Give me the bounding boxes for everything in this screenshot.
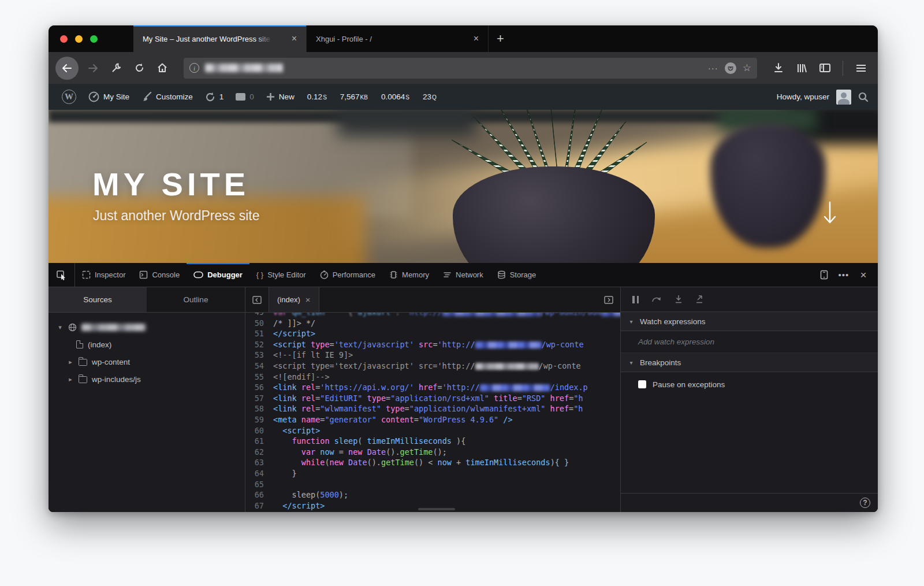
back-button[interactable] bbox=[55, 57, 79, 80]
pause-on-exceptions-checkbox[interactable] bbox=[638, 380, 646, 388]
reload-button[interactable] bbox=[129, 58, 149, 78]
code-line[interactable]: <link rel="EditURI" type="application/rs… bbox=[273, 393, 620, 404]
code-view[interactable]: 49505152535455565758596061626364656667 v… bbox=[245, 313, 620, 512]
code-line[interactable]: sleep(5000); bbox=[273, 489, 620, 500]
close-icon: × bbox=[860, 269, 866, 281]
step-in-icon bbox=[675, 295, 683, 304]
tab-storage[interactable]: Storage bbox=[490, 263, 543, 287]
collapse-sources-pane-button[interactable] bbox=[245, 287, 269, 312]
admin-bar-comments[interactable]: 0 bbox=[232, 84, 258, 110]
url-bar[interactable]: i ··· ☆ bbox=[184, 58, 757, 79]
watch-expressions-header[interactable]: ▾ Watch expressions bbox=[621, 312, 878, 331]
reload-icon bbox=[135, 63, 144, 73]
code-line[interactable]: <meta name="generator" content="WordPres… bbox=[273, 414, 620, 425]
tab-xhgui[interactable]: Xhgui - Profile - / × bbox=[307, 25, 489, 52]
bookmark-star-icon[interactable]: ☆ bbox=[743, 62, 751, 74]
devtools-menu-button[interactable]: ••• bbox=[835, 266, 852, 284]
wp-logo-menu[interactable]: W bbox=[58, 84, 80, 110]
download-button[interactable] bbox=[769, 58, 788, 78]
qm-memory[interactable]: 7,567KB bbox=[336, 92, 372, 101]
step-over-button[interactable] bbox=[651, 295, 662, 304]
tab-performance[interactable]: Performance bbox=[313, 263, 382, 287]
tab-inspector[interactable]: Inspector bbox=[75, 263, 132, 287]
tree-item-wp-includes-js[interactable]: ▸ wp-includes/js bbox=[49, 370, 245, 388]
home-button[interactable] bbox=[152, 58, 172, 78]
responsive-design-button[interactable] bbox=[815, 266, 833, 284]
pick-element-button[interactable] bbox=[49, 263, 75, 287]
code-line[interactable]: <link rel='https://api.w.org/' href='htt… bbox=[273, 382, 620, 393]
sidebar-toggle-button[interactable] bbox=[815, 58, 834, 78]
qm-query-count[interactable]: 23Q bbox=[418, 92, 441, 101]
admin-bar-new[interactable]: New bbox=[262, 84, 299, 110]
subtab-outline[interactable]: Outline bbox=[147, 287, 245, 312]
help-icon[interactable]: ? bbox=[860, 498, 870, 508]
code-line[interactable]: var qm_l10n { ajaxurl : 'http:///wp-admi… bbox=[273, 313, 620, 318]
tab-console[interactable]: Console bbox=[132, 263, 187, 287]
admin-search-icon[interactable] bbox=[858, 92, 869, 102]
caret-down-icon[interactable]: ▾ bbox=[57, 324, 64, 331]
howdy-account-label[interactable]: Howdy, wpuser bbox=[777, 92, 829, 101]
devtools-close-button[interactable]: × bbox=[855, 266, 872, 284]
code-line[interactable]: <script type='text/javascript' src='http… bbox=[273, 361, 620, 372]
subtab-sources[interactable]: Sources bbox=[49, 287, 147, 312]
caret-right-icon[interactable]: ▸ bbox=[67, 376, 74, 383]
qm-query-time[interactable]: 0.0064S bbox=[377, 92, 414, 101]
code-line[interactable]: /* ]]> */ bbox=[273, 318, 620, 329]
code-line[interactable]: } bbox=[273, 468, 620, 479]
library-button[interactable] bbox=[792, 58, 811, 78]
horizontal-scrollbar[interactable] bbox=[418, 508, 455, 510]
pause-button[interactable] bbox=[632, 296, 639, 303]
expand-right-pane-button[interactable] bbox=[597, 296, 620, 304]
admin-bar-customize[interactable]: Customize bbox=[137, 84, 197, 110]
code-line[interactable]: </script> bbox=[273, 328, 620, 339]
code-line[interactable]: function sleep( timeInMilliseconds ){ bbox=[273, 436, 620, 447]
tab-my-site[interactable]: My Site – Just another WordPress site × bbox=[133, 25, 307, 52]
meatball-menu-icon: ••• bbox=[839, 270, 850, 280]
storage-database-icon bbox=[497, 270, 506, 279]
admin-bar-updates[interactable]: 1 bbox=[201, 84, 228, 110]
code-line[interactable]: var now = new Date().getTime(); bbox=[273, 447, 620, 458]
sources-tree: ▾ (index) ▸ wp-content ▸ bbox=[49, 313, 245, 388]
window-minimize-button[interactable] bbox=[75, 35, 83, 43]
code-line[interactable]: <!--[if lt IE 9]> bbox=[273, 350, 620, 361]
window-zoom-button[interactable] bbox=[90, 35, 98, 43]
tab-debugger[interactable]: Debugger bbox=[187, 263, 249, 287]
add-watch-expression-input[interactable]: Add watch expression bbox=[621, 331, 878, 353]
page-actions-icon[interactable]: ··· bbox=[708, 63, 718, 73]
breakpoints-header[interactable]: ▾ Breakpoints bbox=[621, 353, 878, 372]
window-close-button[interactable] bbox=[60, 35, 68, 43]
tab-network[interactable]: Network bbox=[436, 263, 490, 287]
step-out-button[interactable] bbox=[695, 295, 705, 304]
tree-item-index[interactable]: (index) bbox=[49, 336, 245, 353]
new-tab-button[interactable]: + bbox=[489, 25, 512, 52]
scroll-down-arrow[interactable] bbox=[822, 201, 837, 224]
tab-close-icon[interactable]: × bbox=[288, 32, 300, 45]
code-line[interactable]: <script> bbox=[273, 425, 620, 436]
site-info-icon[interactable]: i bbox=[189, 63, 199, 73]
tab-close-icon[interactable]: × bbox=[470, 32, 482, 45]
editor-tab-close-icon[interactable]: × bbox=[305, 295, 311, 305]
code-line[interactable]: <![endif]--> bbox=[273, 372, 620, 383]
tab-memory[interactable]: Memory bbox=[382, 263, 436, 287]
editor-code[interactable]: var qm_l10n { ajaxurl : 'http:///wp-admi… bbox=[270, 313, 620, 512]
step-in-button[interactable] bbox=[675, 295, 683, 304]
pocket-icon[interactable] bbox=[724, 62, 737, 75]
domain-label-redacted bbox=[81, 324, 146, 331]
user-avatar[interactable] bbox=[836, 90, 851, 105]
pause-on-exceptions-row[interactable]: Pause on exceptions bbox=[621, 372, 878, 396]
code-line[interactable]: <script type='text/javascript' src='http… bbox=[273, 339, 620, 350]
editor-tab-index[interactable]: (index) × bbox=[269, 287, 319, 312]
page-tools-button[interactable] bbox=[106, 58, 126, 78]
menu-button[interactable] bbox=[851, 58, 871, 78]
tab-style-editor[interactable]: { } Style Editor bbox=[249, 263, 313, 287]
tree-root-domain[interactable]: ▾ bbox=[49, 318, 245, 336]
code-line[interactable]: while(new Date().getTime() < now + timeI… bbox=[273, 457, 620, 468]
tree-item-wp-content[interactable]: ▸ wp-content bbox=[49, 353, 245, 370]
code-line[interactable]: <link rel="wlwmanifest" type="applicatio… bbox=[273, 403, 620, 414]
caret-right-icon[interactable]: ▸ bbox=[67, 358, 74, 366]
qm-page-time[interactable]: 0.12S bbox=[303, 92, 331, 101]
code-line[interactable] bbox=[273, 479, 620, 490]
forward-button[interactable] bbox=[83, 58, 103, 78]
devtools-panel: Inspector Console Debugger { } Style Edi… bbox=[49, 263, 878, 512]
admin-bar-my-site[interactable]: My Site bbox=[84, 84, 133, 110]
